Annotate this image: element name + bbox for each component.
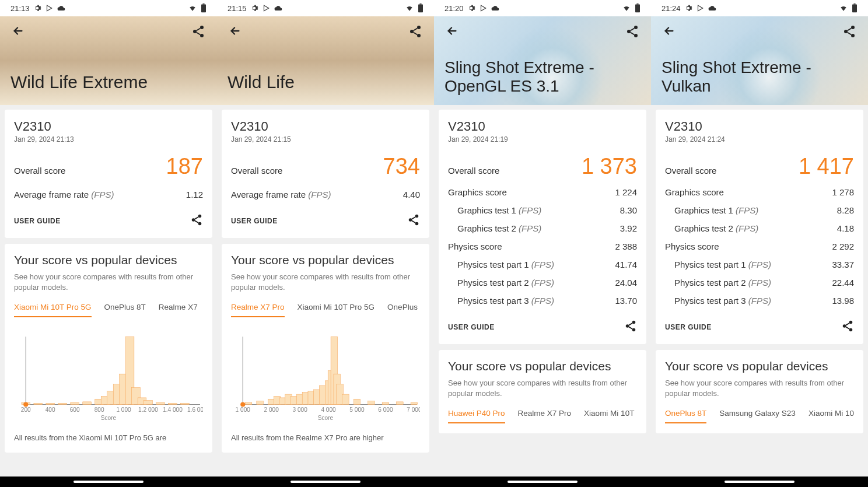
compare-subtitle: See how your score compares with results… [14, 272, 203, 292]
svg-text:1.4 000: 1.4 000 [163, 407, 183, 413]
share-icon[interactable] [191, 24, 205, 41]
overall-label: Overall score [448, 166, 499, 176]
android-navbar[interactable] [217, 477, 434, 487]
svg-text:1 000: 1 000 [116, 407, 131, 413]
svg-rect-67 [342, 394, 349, 404]
device-tab[interactable]: Realme X7 [159, 303, 198, 317]
back-icon[interactable] [663, 24, 676, 41]
svg-rect-68 [354, 399, 360, 404]
svg-point-88 [632, 321, 636, 324]
benchmark-header: Sling Shot Extreme - Vulkan [651, 16, 868, 105]
benchmark-title: Sling Shot Extreme - OpenGL ES 3.1 [444, 58, 637, 96]
android-navbar[interactable] [0, 477, 217, 487]
device-tab[interactable]: Xiaomi Mi 10 [808, 409, 854, 423]
svg-rect-2 [202, 3, 204, 5]
svg-point-38 [23, 402, 28, 407]
share-icon[interactable] [624, 320, 637, 335]
svg-text:1.6 000: 1.6 000 [187, 407, 203, 413]
back-icon[interactable] [229, 24, 242, 41]
device-name: V2310 [231, 119, 420, 134]
back-icon[interactable] [12, 24, 24, 41]
user-guide-link[interactable]: USER GUIDE [231, 217, 278, 225]
svg-rect-40 [418, 5, 423, 13]
overall-score: 187 [166, 154, 203, 179]
metric-label: Physics test part 3 (FPS) [674, 296, 771, 306]
svg-text:4 000: 4 000 [321, 407, 336, 413]
chart-footer: All results from the Realme X7 Pro are h… [231, 433, 420, 443]
svg-text:400: 400 [46, 407, 55, 413]
device-tab[interactable]: Samsung Galaxy S23 [719, 409, 796, 423]
score-histogram: 2004006008001 0001.2 0001.4 0001.6 000Sc… [14, 328, 203, 428]
device-tab[interactable]: Xiaomi Mi 10T Pro 5G [298, 303, 375, 317]
metric-value: 4.40 [403, 190, 420, 199]
svg-point-95 [844, 30, 848, 33]
metric-label: Graphics score [448, 187, 507, 197]
share-icon[interactable] [407, 213, 420, 229]
device-tab[interactable]: OnePlus 8T [104, 303, 146, 317]
user-guide-link[interactable]: USER GUIDE [665, 323, 712, 331]
screen-2: 21:20Sling Shot Extreme - OpenGL ES 3.1V… [434, 0, 651, 487]
svg-point-99 [849, 328, 853, 332]
svg-text:Score: Score [318, 415, 334, 421]
metric-value: 2 388 [615, 241, 637, 251]
svg-text:800: 800 [94, 407, 104, 413]
compare-card: Your score vs popular devicesSee how you… [222, 244, 429, 453]
compare-card: Your score vs popular devicesSee how you… [5, 244, 212, 453]
svg-rect-26 [156, 402, 165, 404]
device-tab[interactable]: Xiaomi Mi 10T [584, 409, 634, 423]
svg-rect-50 [245, 402, 251, 404]
overall-score: 1 373 [582, 154, 637, 179]
compare-subtitle: See how your score compares with results… [665, 378, 854, 398]
compare-subtitle: See how your score compares with results… [448, 378, 637, 398]
benchmark-header: Wild Life Extreme [0, 16, 217, 105]
svg-text:Score: Score [101, 415, 117, 421]
device-tab[interactable]: OnePlus 8T [665, 409, 706, 423]
status-time: 21:15 [228, 4, 247, 13]
share-icon[interactable] [841, 320, 854, 335]
svg-text:6 000: 6 000 [378, 407, 393, 413]
device-name: V2310 [665, 119, 854, 134]
device-tabs: Huawei P40 ProRealme X7 ProXiaomi Mi 10T [448, 409, 637, 424]
svg-point-45 [415, 215, 419, 218]
device-tab[interactable]: OnePlus [387, 303, 418, 317]
android-navbar[interactable] [651, 477, 868, 487]
svg-text:2 000: 2 000 [264, 407, 279, 413]
svg-point-7 [192, 218, 195, 222]
metric-value: 24.04 [615, 278, 637, 288]
compare-title: Your score vs popular devices [14, 253, 203, 267]
statusbar: 21:20 [434, 0, 651, 16]
content: V2310Jan 29, 2024 21:19Overall score1 37… [434, 105, 651, 487]
svg-point-47 [415, 222, 419, 226]
device-name: V2310 [14, 119, 203, 134]
device-tabs: OnePlus 8TSamsung Galaxy S23Xiaomi Mi 10 [665, 409, 854, 424]
svg-point-89 [626, 324, 629, 328]
share-icon[interactable] [625, 24, 639, 41]
device-tab[interactable]: Xiaomi Mi 10T Pro 5G [14, 303, 92, 317]
share-icon[interactable] [842, 24, 856, 41]
device-tab[interactable]: Realme X7 Pro [231, 303, 285, 317]
share-icon[interactable] [408, 24, 422, 41]
svg-text:3 000: 3 000 [292, 407, 307, 413]
user-guide-link[interactable]: USER GUIDE [448, 323, 495, 331]
status-time: 21:24 [662, 4, 681, 13]
benchmark-title: Wild Life Extreme [10, 72, 148, 93]
metric-value: 13.98 [832, 296, 854, 306]
compare-title: Your score vs popular devices [448, 359, 637, 373]
share-icon[interactable] [190, 213, 203, 229]
user-guide-link[interactable]: USER GUIDE [14, 217, 61, 225]
device-tab[interactable]: Huawei P40 Pro [448, 409, 505, 423]
svg-rect-25 [144, 401, 153, 405]
overall-label: Overall score [231, 166, 282, 176]
metric-value: 22.44 [832, 278, 854, 288]
back-icon[interactable] [446, 24, 459, 41]
metric-label: Graphics test 2 (FPS) [457, 223, 541, 233]
score-card: V2310Jan 29, 2024 21:15Overall score734A… [222, 110, 429, 238]
android-navbar[interactable] [434, 477, 651, 487]
metric-value: 1.12 [186, 190, 203, 199]
metric-label: Physics test part 1 (FPS) [457, 260, 554, 269]
svg-rect-16 [83, 402, 92, 405]
metric-value: 2 292 [832, 241, 854, 251]
device-tab[interactable]: Realme X7 Pro [518, 409, 572, 423]
device-tabs: Xiaomi Mi 10T Pro 5GOnePlus 8TRealme X7 [14, 303, 203, 318]
compare-card: Your score vs popular devicesSee how you… [439, 350, 646, 433]
